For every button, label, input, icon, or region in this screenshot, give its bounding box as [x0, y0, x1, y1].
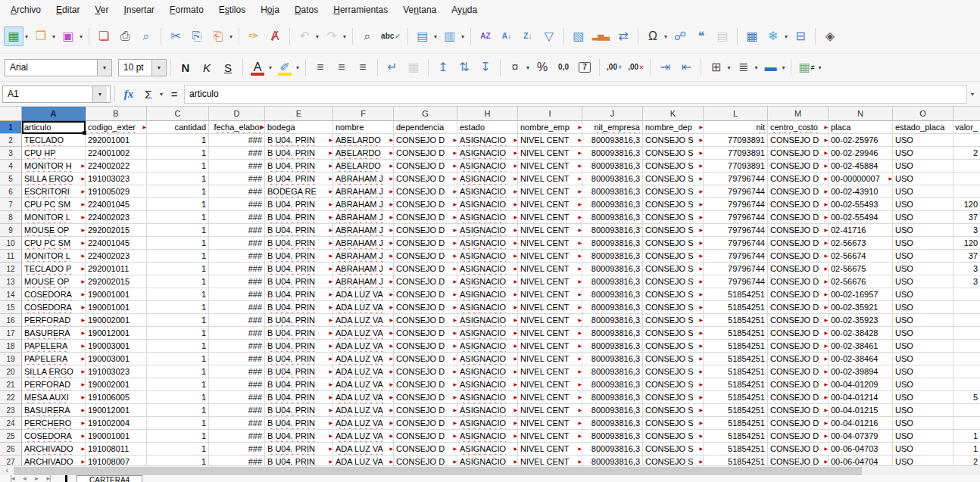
cell-K3[interactable]: CONSEJO S▶ — [643, 147, 704, 160]
cell-P9[interactable]: 3 — [953, 224, 980, 237]
cell-F9[interactable]: ABRAHAM J▶ — [333, 224, 394, 237]
cell-O4[interactable]: USO — [893, 160, 953, 173]
column-header-N[interactable]: N — [829, 107, 893, 121]
cell-N3[interactable]: 00-02-29946 — [829, 147, 893, 160]
cell-P24[interactable] — [953, 417, 980, 430]
cell-I21[interactable]: NIVEL CENT▶ — [518, 378, 582, 391]
column-header-D[interactable]: D — [209, 107, 265, 121]
cell-D9[interactable]: ### — [209, 224, 265, 237]
currency-format-button-dropdown[interactable]: ▾ — [526, 64, 529, 71]
cell-K5[interactable]: CONSEJO S▶ — [643, 173, 704, 185]
cell-K14[interactable]: CONSEJO S▶ — [643, 288, 704, 301]
scroll-left-icon[interactable]: ‹ — [2, 467, 13, 475]
insert-pivot-table-button[interactable]: ⇄ — [613, 26, 633, 46]
sort-descending-button[interactable]: Z↓ — [518, 26, 538, 46]
cell-D7[interactable]: ### — [209, 198, 265, 211]
row-header-19[interactable]: 19 — [0, 353, 22, 365]
column-header-L[interactable]: L — [704, 107, 768, 121]
cell-B25[interactable]: 190001001 — [86, 430, 147, 443]
cell-F12[interactable]: ABRAHAM J▶ — [333, 263, 394, 275]
cell-N8[interactable]: 00-02-55494 — [829, 211, 893, 224]
cell-G21[interactable]: CONSEJO D▶ — [394, 378, 457, 391]
cell-E2[interactable]: B U04. PRIN▶ — [265, 134, 333, 147]
cell-B5[interactable]: 191003023 — [86, 173, 147, 185]
cell-E9[interactable]: B U04. PRIN▶ — [265, 224, 333, 237]
special-character-button-dropdown[interactable]: ▾ — [664, 33, 667, 40]
cell-P6[interactable] — [953, 185, 980, 198]
cell-N12[interactable]: 02-56675 — [829, 263, 893, 275]
column-header-B[interactable]: B — [86, 107, 147, 121]
cell-I12[interactable]: NIVEL CENT▶ — [518, 263, 582, 275]
cell-B21[interactable]: 190002001 — [86, 378, 147, 391]
cell-P8[interactable]: 37 — [953, 211, 980, 224]
cell-K11[interactable]: CONSEJO S▶ — [643, 250, 704, 263]
cell-A8[interactable]: MONITOR L▶ — [22, 211, 86, 224]
cell-E6[interactable]: BODEGA RE▶ — [265, 185, 333, 198]
cell-O16[interactable]: USO — [893, 314, 953, 327]
row-header-25[interactable]: 25 — [0, 430, 22, 443]
cell-D24[interactable]: ### — [209, 417, 265, 430]
cell-B26[interactable]: 191008011 — [86, 443, 147, 456]
cell-P23[interactable] — [953, 404, 980, 417]
cell-J23[interactable]: 800093816,3 — [582, 404, 643, 417]
currency-format-button[interactable]: ¤ — [505, 58, 525, 77]
row-header-8[interactable]: 8 — [0, 211, 22, 224]
cell-K16[interactable]: CONSEJO S▶ — [643, 314, 704, 327]
increase-indent-button[interactable]: ⇥ — [655, 58, 675, 77]
cell-K15[interactable]: CONSEJO S▶ — [643, 301, 704, 314]
cell-L24[interactable]: 51854251 — [704, 417, 768, 430]
cell-H24[interactable]: ASIGNACIO▶ — [457, 417, 518, 430]
row-header-11[interactable]: 11 — [0, 250, 22, 263]
cell-O3[interactable]: USO — [893, 147, 953, 160]
cell-M4[interactable]: CONSEJO D▶ — [768, 160, 829, 173]
cell-I7[interactable]: NIVEL CENT▶ — [518, 198, 582, 211]
cell-M3[interactable]: CONSEJO D▶ — [768, 147, 829, 160]
row-header-12[interactable]: 12 — [0, 263, 22, 275]
cell-B2[interactable]: 292001001 — [86, 134, 147, 147]
cell-N4[interactable]: 00-02-45884 — [829, 160, 893, 173]
cell-E13[interactable]: B U04. PRIN▶ — [265, 275, 333, 288]
cell-D8[interactable]: ### — [209, 211, 265, 224]
cell-M15[interactable]: CONSEJO D▶ — [768, 301, 829, 314]
cell-G1[interactable]: dependencia — [394, 121, 457, 134]
new-document-button[interactable]: ▦ — [4, 26, 23, 46]
column-header-H[interactable]: H — [457, 107, 518, 121]
cell-H22[interactable]: ASIGNACIO▶ — [457, 391, 518, 404]
cell-O9[interactable]: USO — [893, 224, 953, 237]
cell-C24[interactable]: 1 — [147, 417, 209, 430]
cell-I26[interactable]: NIVEL CENT▶ — [518, 443, 582, 456]
cell-I2[interactable]: NIVEL CENT▶ — [518, 134, 582, 147]
cut-button[interactable]: ✂ — [166, 26, 186, 46]
cell-L1[interactable]: nit — [704, 121, 768, 134]
cell-C22[interactable]: 1 — [147, 391, 209, 404]
cell-L9[interactable]: 79796744 — [704, 224, 768, 237]
cell-N20[interactable]: 00-02-39894 — [829, 365, 893, 378]
cell-J13[interactable]: 800093816,3 — [582, 275, 643, 288]
align-top-button[interactable]: ↥ — [433, 58, 453, 77]
cell-O26[interactable]: USO — [893, 443, 953, 456]
row-header-10[interactable]: 10 — [0, 237, 22, 250]
cell-J2[interactable]: 800093816,3 — [582, 134, 643, 147]
cell-O2[interactable]: USO — [893, 134, 953, 147]
print-button[interactable]: ⎙ — [115, 26, 135, 46]
cell-E21[interactable]: B U04. PRIN▶ — [265, 378, 333, 391]
cell-A6[interactable]: ESCRITORI▶ — [22, 185, 86, 198]
cell-P16[interactable] — [953, 314, 980, 327]
cell-G9[interactable]: CONSEJO D▶ — [394, 224, 457, 237]
cell-A7[interactable]: CPU PC SM▶ — [22, 198, 86, 211]
cell-F26[interactable]: ADA LUZ VA▶ — [333, 443, 394, 456]
cell-F10[interactable]: ABRAHAM J▶ — [333, 237, 394, 250]
last-sheet-button[interactable]: ▸| — [42, 475, 55, 482]
paste-button-dropdown[interactable]: ▾ — [229, 33, 233, 40]
chevron-down-icon[interactable]: ▾ — [151, 60, 166, 76]
cell-K13[interactable]: CONSEJO S▶ — [643, 275, 704, 288]
border-color-button[interactable]: ▬ — [760, 58, 780, 77]
insert-column-button[interactable]: ▥ — [440, 26, 460, 46]
cell-E26[interactable]: B U04. PRIN▶ — [265, 443, 333, 456]
cell-A4[interactable]: MONITOR H▶ — [22, 160, 86, 173]
cell-P22[interactable]: 5 — [953, 391, 980, 404]
column-header-F[interactable]: F — [333, 107, 394, 121]
delete-decimal-button[interactable]: ,00× — [626, 58, 645, 77]
cell-F3[interactable]: ABELARDO▶ — [333, 147, 394, 160]
export-pdf-button[interactable]: ❏ — [94, 26, 114, 46]
